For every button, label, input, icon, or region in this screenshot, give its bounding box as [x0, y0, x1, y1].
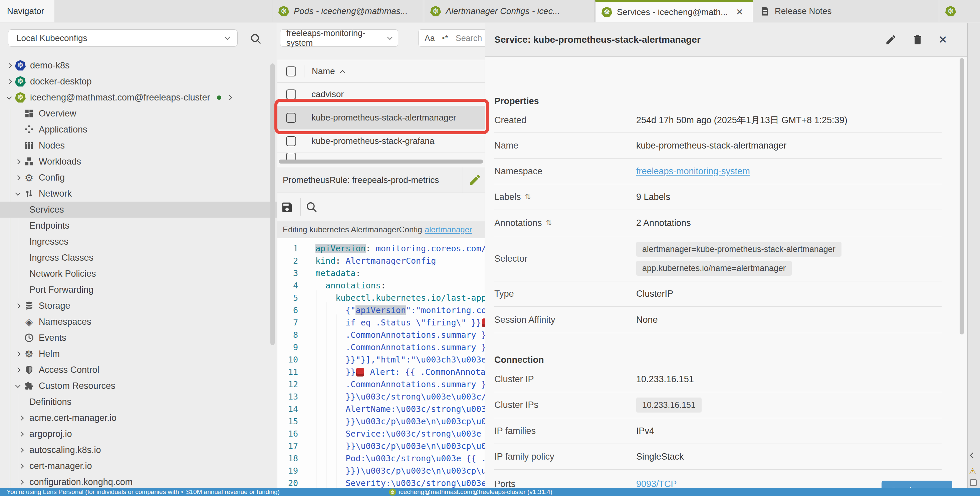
save-icon[interactable] [281, 201, 293, 214]
code-line[interactable]: 13 }}\u003c/strong\u003e\u003c/h3 [277, 391, 508, 403]
code-line[interactable]: 4 annotations: [277, 279, 508, 292]
chevron-right-icon[interactable] [17, 432, 25, 436]
sidebar-item-cert-manager-io[interactable]: cert-manager.io [0, 458, 277, 474]
code-line[interactable]: 20 Severity:\u003c/strong\u003e [277, 477, 508, 488]
sidebar-item-network[interactable]: Network [0, 186, 277, 202]
warning-icon[interactable]: ⚠ [969, 467, 976, 476]
sidebar-item-helm[interactable]: ☸Helm [0, 346, 277, 362]
code-line[interactable]: 7 if eq .Status \"firing\" }} [277, 316, 508, 329]
chevron-right-icon[interactable] [17, 416, 25, 420]
table-row-cadvisor[interactable]: cadvisor [277, 83, 508, 106]
sidebar-item-config[interactable]: ⚙Config [0, 170, 277, 186]
table-row-kube-prometheus-stack-alertmanager[interactable]: kube-prometheus-stack-alertmanager [277, 106, 508, 129]
regex-toggle[interactable]: ▪* [442, 34, 448, 42]
sidebar-item-network-policies[interactable]: Network Policies [0, 266, 277, 282]
sidebar-item-access-control[interactable]: Access Control [0, 362, 277, 378]
match-case-toggle[interactable]: Aa [425, 33, 435, 43]
code-line[interactable]: 16 Service:\u003c/strong\u003e { [277, 428, 508, 440]
code-line[interactable]: 10 }}"}],"html":"\u003ch3\u003e\u [277, 353, 508, 366]
chevron-left-icon[interactable] [970, 452, 976, 458]
sidebar-item-acme-cert-manager-io[interactable]: acme.cert-manager.io [0, 410, 277, 426]
sidebar-scrollbar[interactable] [270, 64, 275, 345]
row-checkbox[interactable] [286, 89, 296, 100]
chevron-down-icon[interactable] [5, 97, 13, 99]
sort-toggle-icon[interactable]: ⇅ [546, 219, 552, 227]
sidebar-item-storage[interactable]: Storage [0, 298, 277, 314]
chevron-down-icon[interactable] [13, 385, 22, 387]
sidebar-item-autoscaling-k8s-io[interactable]: autoscaling.k8s.io [0, 442, 277, 458]
chevron-right-icon[interactable] [13, 176, 22, 180]
sidebar-item-argoproj-io[interactable]: argoproj.io [0, 426, 277, 442]
code-line[interactable]: 15 }}\u003c/p\u003e\n\u003cp\u003 [277, 415, 508, 428]
sidebar-item-ingresses[interactable]: Ingresses [0, 234, 277, 250]
sidebar-item-endpoints[interactable]: Endpoints [0, 218, 277, 234]
kubeconfig-select[interactable]: Local Kubeconfigs [8, 29, 238, 47]
chevron-right-icon[interactable] [13, 304, 22, 308]
sidebar-item-namespaces[interactable]: ◈Namespaces [0, 314, 277, 330]
chevron-down-icon[interactable] [13, 192, 22, 195]
sidebar-item-workloads[interactable]: Workloads [0, 154, 277, 170]
row-checkbox[interactable] [286, 113, 296, 123]
sidebar-item-overview[interactable]: Overview [0, 105, 277, 121]
tab-pods[interactable]: ☸ Pods - icecheng@mathmas... [272, 0, 423, 22]
chevron-right-icon[interactable] [13, 368, 22, 372]
tab-overflow[interactable]: ☸ [939, 0, 980, 22]
sidebar-item-services[interactable]: Services [0, 202, 277, 218]
find-icon[interactable] [305, 201, 318, 214]
close-icon[interactable]: ✕ [938, 33, 947, 46]
namespace-select[interactable]: freeleaps-monitoring-system [280, 29, 398, 47]
chevron-right-icon[interactable] [225, 96, 234, 100]
delete-icon[interactable] [912, 34, 924, 46]
code-line[interactable]: 8 .CommonAnnotations.summary }}- [277, 329, 508, 341]
horizontal-scrollbar[interactable] [279, 159, 483, 164]
chevron-right-icon[interactable] [17, 480, 25, 484]
close-tab-icon[interactable]: ✕ [736, 7, 743, 17]
chevron-right-icon[interactable] [17, 464, 25, 468]
tab-release-notes[interactable]: Release Notes [754, 0, 938, 22]
code-line[interactable]: 14 AlertName:\u003c/strong\u003e [277, 403, 508, 415]
code-line[interactable]: 19 }})\u003c/p\u003e\n\u003cp\u00 [277, 465, 508, 477]
chevron-right-icon[interactable] [13, 160, 22, 164]
code-line[interactable]: 5 kubectl.kubernetes.io/last-appli [277, 292, 508, 304]
code-line[interactable]: 12 .CommonAnnotations.summary }}- [277, 378, 508, 391]
column-header-name[interactable]: Name [312, 66, 335, 76]
active-cluster-status[interactable]: ☸ icecheng@mathmast.com@freeleaps-cluste… [389, 488, 552, 496]
sidebar-item-icecheng-mathmast-com-freeleaps-cluster[interactable]: ☸icecheng@mathmast.com@freeleaps-cluster [0, 89, 277, 105]
code-line[interactable]: 18 Pod:\u003c/strong\u003e {{ .Co [277, 452, 508, 465]
code-line[interactable]: 6 {"apiVersion":"monitoring.core [277, 304, 508, 316]
sidebar-item-events[interactable]: Events [0, 330, 277, 346]
panel-icon[interactable] [970, 479, 977, 486]
yaml-editor[interactable]: 1apiVersion: monitoring.coreos.com/v12ki… [277, 238, 508, 488]
chevron-right-icon[interactable] [5, 64, 13, 67]
table-row-kube-prometheus-stack-grafana[interactable]: kube-prometheus-stack-grafana [277, 129, 508, 153]
sort-ascending-icon[interactable] [340, 70, 345, 75]
select-all-checkbox[interactable] [286, 67, 296, 76]
namespace-link[interactable]: freeleaps-monitoring-system [636, 166, 750, 176]
chevron-right-icon[interactable] [5, 80, 13, 83]
sidebar-item-applications[interactable]: Applications [0, 121, 277, 138]
code-line[interactable]: 2kind: AlertmanagerConfig [277, 255, 508, 267]
tab-alertmanager-configs[interactable]: ☸ Alertmanager Configs - icec... [424, 0, 595, 22]
code-line[interactable]: 17 }}\u003c/p\u003e\n\u003cp\u003 [277, 440, 508, 452]
code-line[interactable]: 3metadata: [277, 267, 508, 279]
drawer-scrollbar[interactable] [959, 58, 964, 334]
sidebar-item-ingress-classes[interactable]: Ingress Classes [0, 250, 277, 266]
code-line[interactable]: 1apiVersion: monitoring.coreos.com/v1 [277, 242, 508, 255]
chevron-right-icon[interactable] [13, 352, 22, 356]
row-checkbox[interactable] [286, 136, 296, 146]
chevron-right-icon[interactable] [17, 448, 25, 452]
code-line[interactable]: 11 }} Alert: {{ .CommonAnnotati [277, 366, 508, 378]
sidebar-item-definitions[interactable]: Definitions [0, 394, 277, 410]
sort-toggle-icon[interactable]: ⇅ [525, 192, 531, 201]
editing-resource-link[interactable]: alertmanager [425, 225, 472, 234]
search-icon[interactable] [250, 33, 262, 45]
sidebar-item-docker-desktop[interactable]: ☸docker-desktop [0, 73, 277, 89]
edit-icon[interactable] [885, 34, 897, 46]
tab-services[interactable]: ☸ Services - icecheng@math... ✕ [595, 0, 753, 22]
sidebar-item-configuration-konghq-com[interactable]: configuration.konghq.com [0, 474, 277, 488]
sidebar-item-port-forwarding[interactable]: Port Forwarding [0, 282, 277, 298]
edit-resource-icon[interactable] [468, 173, 482, 187]
sidebar-item-demo-k8s[interactable]: ☸demo-k8s [0, 57, 277, 73]
sidebar-item-custom-resources[interactable]: Custom Resources [0, 378, 277, 394]
sidebar-item-nodes[interactable]: Nodes [0, 138, 277, 154]
